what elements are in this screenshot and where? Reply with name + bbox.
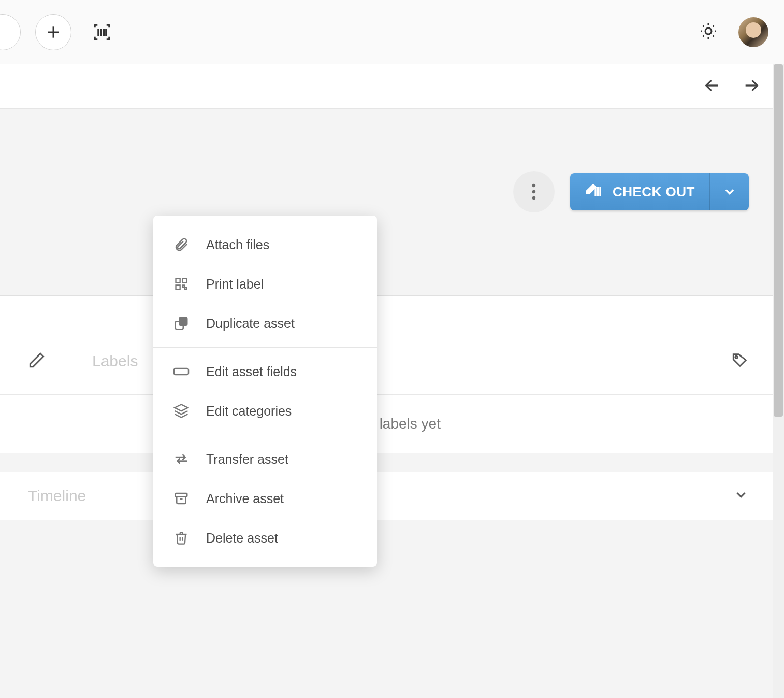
svg-line-10: [713, 35, 714, 36]
svg-line-14: [713, 25, 714, 26]
theme-toggle-button[interactable]: [699, 22, 718, 42]
checkout-label: CHECK OUT: [613, 184, 695, 200]
svg-point-17: [532, 184, 535, 187]
menu-print-label[interactable]: Print label: [153, 264, 377, 304]
menu-duplicate-asset[interactable]: Duplicate asset: [153, 304, 377, 343]
svg-line-13: [703, 35, 704, 36]
actions-menu: Attach files Print label Duplicate asset: [153, 216, 377, 567]
barcode-icon: [91, 21, 113, 43]
more-actions-button[interactable]: [513, 171, 555, 212]
svg-rect-25: [182, 279, 186, 283]
svg-rect-26: [176, 285, 180, 289]
edit-button[interactable]: [28, 351, 46, 371]
labels-panel: Labels No labels yet: [0, 327, 777, 453]
previous-circle-button[interactable]: [0, 14, 21, 50]
label-tag-button[interactable]: [731, 351, 749, 371]
user-avatar[interactable]: [738, 17, 768, 47]
timeline-collapse-button[interactable]: [733, 487, 749, 505]
timeline-panel: Timeline: [0, 472, 777, 520]
menu-item-label: Archive asset: [206, 491, 284, 506]
chevron-down-icon: [733, 487, 749, 503]
archive-icon: [172, 489, 191, 508]
labels-header: Labels: [0, 327, 777, 395]
field-icon: [172, 362, 191, 381]
add-button[interactable]: [35, 14, 71, 50]
scan-barcode-button[interactable]: [86, 16, 118, 48]
svg-rect-24: [176, 279, 180, 283]
menu-item-label: Print label: [206, 277, 264, 292]
menu-archive-asset[interactable]: Archive asset: [153, 479, 377, 518]
section-divider: [0, 295, 777, 327]
arrow-left-icon: [703, 77, 721, 94]
vertical-scrollbar[interactable]: [773, 64, 784, 698]
nav-prev-button[interactable]: [703, 77, 721, 96]
menu-edit-fields[interactable]: Edit asset fields: [153, 352, 377, 391]
pencil-icon: [28, 351, 46, 369]
action-row: CHECK OUT: [513, 171, 749, 212]
checkout-button[interactable]: CHECK OUT: [570, 173, 749, 210]
svg-point-19: [532, 196, 535, 200]
duplicate-icon: [172, 314, 191, 333]
chevron-down-icon: [722, 184, 737, 199]
tag-icon: [731, 351, 749, 369]
menu-item-label: Duplicate asset: [206, 316, 295, 331]
labels-header-left: Labels: [28, 351, 138, 371]
checkout-icon: [585, 182, 603, 201]
labels-empty-state: No labels yet: [0, 395, 777, 432]
arrow-right-icon: [743, 77, 760, 94]
menu-divider: [153, 347, 377, 348]
menu-item-label: Edit categories: [206, 404, 292, 419]
app-header: [0, 0, 784, 64]
qr-icon: [172, 275, 191, 293]
svg-point-23: [735, 356, 737, 358]
svg-marker-30: [175, 405, 188, 411]
menu-item-label: Delete asset: [206, 531, 278, 546]
svg-rect-33: [176, 493, 187, 496]
main-content: CHECK OUT Labels: [0, 109, 784, 698]
header-right: [699, 17, 768, 47]
menu-item-label: Attach files: [206, 237, 269, 252]
checkout-dropdown-button[interactable]: [709, 173, 749, 210]
menu-item-label: Edit asset fields: [206, 364, 297, 379]
menu-transfer-asset[interactable]: Transfer asset: [153, 439, 377, 479]
nav-row: [0, 64, 784, 109]
dots-vertical-icon: [532, 183, 536, 201]
menu-divider: [153, 435, 377, 435]
menu-item-label: Transfer asset: [206, 452, 288, 467]
trash-icon: [172, 529, 191, 547]
menu-attach-files[interactable]: Attach files: [153, 225, 377, 264]
paperclip-icon: [172, 235, 191, 254]
sun-icon: [699, 22, 718, 40]
svg-rect-29: [174, 368, 188, 375]
scrollbar-thumb[interactable]: [774, 64, 783, 417]
labels-title: Labels: [92, 352, 138, 370]
timeline-title: Timeline: [28, 487, 86, 504]
plus-icon: [45, 24, 62, 40]
svg-point-6: [705, 28, 712, 34]
header-left: [0, 14, 118, 50]
transfer-icon: [172, 450, 191, 468]
menu-delete-asset[interactable]: Delete asset: [153, 518, 377, 558]
svg-point-18: [532, 190, 535, 193]
nav-next-button[interactable]: [743, 77, 760, 96]
layers-icon: [172, 402, 191, 420]
menu-edit-categories[interactable]: Edit categories: [153, 391, 377, 431]
svg-line-9: [703, 25, 704, 26]
checkout-button-main[interactable]: CHECK OUT: [570, 173, 709, 210]
